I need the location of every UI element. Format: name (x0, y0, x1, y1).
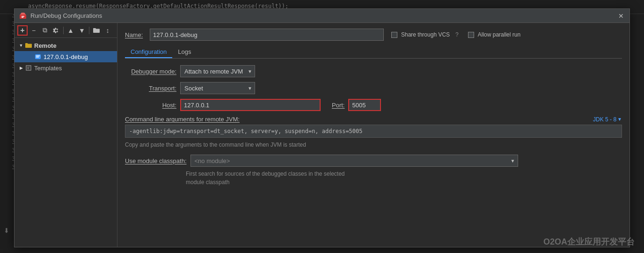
remote-folder-icon (25, 42, 32, 49)
close-button[interactable]: ✕ (617, 12, 625, 20)
configuration-toolbar: + − ⧉ ▲ ▼ ↕ (15, 23, 117, 38)
host-label: Host: (125, 102, 176, 109)
dialog-title: Run/Debug Configurations (30, 12, 617, 19)
tree-arrow-debug: ▸ (28, 54, 33, 60)
module-classpath-row: Use module classpath: <no module> ▼ (125, 155, 622, 167)
port-input[interactable] (348, 99, 381, 111)
templates-label: Templates (34, 65, 62, 72)
jdk-version-link[interactable]: JDK 5 - 8 (593, 116, 616, 123)
dialog-body: + − ⧉ ▲ ▼ ↕ (15, 23, 629, 247)
copy-config-button[interactable]: ⧉ (40, 25, 50, 36)
watermark: O2OA企业应用开发平台 (543, 236, 635, 247)
allow-parallel-label: Allow parallel run (478, 31, 520, 38)
tree-item-debug[interactable]: ▸ 127.0.0.1-debug (15, 51, 117, 62)
debug-item-label: 127.0.0.1-debug (44, 53, 88, 60)
debugger-mode-select[interactable]: Attach to remote JVM Listen to remote JV… (180, 65, 255, 77)
templates-icon (25, 64, 32, 72)
tab-configuration[interactable]: Configuration (125, 46, 172, 58)
debugger-mode-label: Debugger mode: (125, 68, 176, 75)
module-classpath-label: Use module classpath: (125, 157, 187, 164)
share-vcs-container: Share through VCS ? Allow parallel run (391, 31, 520, 38)
tree-arrow-templates: ▶ (18, 65, 24, 71)
svg-marker-1 (20, 13, 26, 15)
run-debug-dialog: Run/Debug Configurations ✕ + − ⧉ ▲ ▼ (14, 8, 630, 247)
dialog-icon (19, 12, 27, 20)
name-field-label: Name: (125, 31, 146, 38)
transport-label: Transport: (125, 85, 176, 92)
tree-item-templates[interactable]: ▶ Templates (15, 62, 117, 74)
move-down-button[interactable]: ▼ (77, 25, 87, 36)
host-port-row: Host: Port: (125, 99, 622, 111)
name-row: Name: Share through VCS ? Allow parallel… (125, 29, 622, 41)
toolbar-separator2 (89, 27, 89, 34)
left-panel: + − ⧉ ▲ ▼ ↕ (15, 23, 117, 247)
svg-rect-6 (36, 57, 39, 58)
module-classpath-container: <no module> ▼ (190, 155, 518, 167)
cmdline-hint: Copy and paste the arguments to the comm… (125, 141, 622, 148)
module-hint: First search for sources of the debugged… (125, 170, 622, 186)
tab-logs[interactable]: Logs (172, 46, 197, 58)
dialog-titlebar: Run/Debug Configurations ✕ (15, 9, 629, 23)
right-panel: Name: Share through VCS ? Allow parallel… (117, 23, 629, 247)
jdk-arrow-icon: ▼ (617, 117, 622, 122)
cmdline-header: Command line arguments for remote JVM: J… (125, 116, 622, 123)
name-input[interactable] (150, 29, 384, 41)
transport-container: Socket Shared memory ▼ (180, 82, 255, 94)
toolbar-separator (63, 27, 64, 34)
transport-select[interactable]: Socket Shared memory (180, 82, 255, 94)
debugger-mode-row: Debugger mode: Attach to remote JVM List… (125, 65, 622, 77)
add-config-button[interactable]: + (17, 25, 28, 36)
svg-rect-3 (22, 17, 23, 18)
svg-rect-2 (22, 16, 24, 17)
allow-parallel-checkbox[interactable] (468, 32, 474, 38)
debug-config-icon (34, 53, 42, 60)
transport-row: Transport: Socket Shared memory ▼ (125, 82, 622, 94)
remote-label: Remote (34, 42, 57, 49)
folder-button[interactable] (91, 25, 102, 36)
tree-arrow-remote: ▼ (18, 43, 24, 48)
share-vcs-help-icon[interactable]: ? (455, 31, 459, 38)
share-vcs-label: Share through VCS (401, 31, 450, 38)
scroll-icon[interactable]: ⬇ (4, 227, 9, 234)
share-vcs-checkbox[interactable] (391, 32, 397, 38)
remove-config-button[interactable]: − (29, 25, 39, 36)
debugger-mode-container: Attach to remote JVM Listen to remote JV… (180, 65, 255, 77)
move-up-button[interactable]: ▲ (66, 25, 76, 36)
jdk-selector[interactable]: JDK 5 - 8 ▼ (593, 116, 622, 123)
host-input[interactable] (180, 99, 321, 111)
module-classpath-select[interactable]: <no module> (190, 155, 518, 167)
settings-config-button[interactable] (51, 25, 61, 36)
svg-rect-5 (36, 56, 40, 57)
config-tabs: Configuration Logs (125, 46, 622, 59)
cmdline-label: Command line arguments for remote JVM: (125, 116, 240, 123)
tree-item-remote[interactable]: ▼ Remote (15, 40, 117, 51)
configuration-tree: ▼ Remote ▸ (15, 38, 117, 247)
port-label: Port: (332, 102, 344, 109)
sort-button[interactable]: ↕ (102, 25, 113, 36)
cmdline-arguments-box: -agentlib:jdwp=transport=dt_socket, serv… (125, 125, 622, 138)
